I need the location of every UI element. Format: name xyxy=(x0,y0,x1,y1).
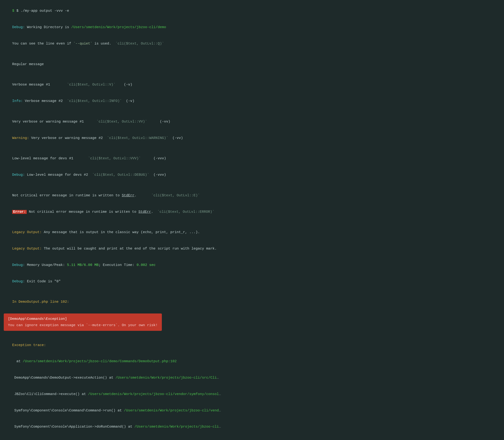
trace-indent-4: Symfony\Component\Console\Command\Comman… xyxy=(12,409,124,412)
exception-trace-header: Exception trace: xyxy=(4,337,500,353)
code-outlvl-warning: `cli($text, OutLvl::WARNING)` xyxy=(107,136,168,140)
line-debug-wd: Debug: Working Directory is /Users/smetd… xyxy=(4,19,500,36)
blank-9 xyxy=(4,333,500,337)
flag-vvv2: (-vvv) xyxy=(149,173,166,177)
text-nc1b: . xyxy=(134,193,151,197)
line-exit: Debug: Exit Code is "0" xyxy=(4,273,500,289)
text-ycs2: is used. xyxy=(92,42,116,46)
trace-line-4: Symfony\Component\Console\Command\Comman… xyxy=(4,402,500,419)
text-nc1: Not critical error message in runtime is… xyxy=(12,193,122,197)
text-mem: Memory Usage/Peak: xyxy=(25,263,67,267)
text-vv1: Very verbose or warning message #1 xyxy=(12,120,96,124)
trace-line-1: at /Users/smetdenis/Work/projects/jbzoo-… xyxy=(4,353,500,370)
blank-7 xyxy=(4,289,500,294)
line-vverbose1: Very verbose or warning message #1 `cli(… xyxy=(4,114,500,130)
code-outlvl-vvv: `cli($text, OutLvl::VVV)` xyxy=(88,156,141,161)
text-stderr1: StdErr xyxy=(122,193,134,197)
line-vverbose2: Warning: Very verbose or warning message… xyxy=(4,130,500,146)
code-quiet: `--quiet` xyxy=(73,42,92,46)
label-warning: Warning: xyxy=(12,136,29,140)
trace-indent-3: JBZoo\Cli\CliCommand->execute() at xyxy=(12,392,88,396)
flag-vv1: (-vv) xyxy=(147,120,170,124)
trace-line-2: DemoApp\Commands\DemoOutput->executeActi… xyxy=(4,370,500,386)
text-legacy1: Any message that is output in the classi… xyxy=(42,230,200,234)
text-timeval: 0.002 sec xyxy=(136,263,156,267)
text-wd: Working Directory is xyxy=(25,25,71,29)
trace-line-5: Symfony\Component\Console\Application->d… xyxy=(4,419,500,435)
trace-line-3: JBZoo\Cli\CliCommand->execute() at /User… xyxy=(4,386,500,402)
trace-line-6: Symfony\Component\Console\Application->d… xyxy=(4,435,500,440)
line-lowlevel2: Debug: Low-level message for devs #2 `cl… xyxy=(4,167,500,183)
blank-6 xyxy=(4,220,500,224)
text-exit: Exit Code is "0" xyxy=(25,279,61,284)
line-regular: Regular message xyxy=(4,56,500,72)
line-legacy1: Legacy Output: Any message that is outpu… xyxy=(4,224,500,241)
text-nc2: Not critical error message in runtime is… xyxy=(27,210,138,214)
blank-8 xyxy=(4,310,500,312)
label-debug3: Debug: xyxy=(12,263,25,267)
text-ll2: Low-level message for devs #2 xyxy=(25,173,92,177)
code-outlvl-debug: `cli($text, OutLvl::DEBUG)` xyxy=(92,173,149,177)
label-info: Info: xyxy=(12,99,23,103)
label-debug: Debug: xyxy=(12,25,25,29)
path-wd: /Users/smetdenis/Work/projects/jbzoo-cli… xyxy=(71,25,166,29)
text-verbose2: Verbose message #2 xyxy=(23,99,67,103)
trace-path-3: /Users/smetdenis/Work/projects/jbzoo-cli… xyxy=(88,392,219,396)
blank-5 xyxy=(4,183,500,187)
prompt-line: $ $ ./my-app output -vvv -e xyxy=(4,3,500,19)
text-legacy2: The output will be caught and print at t… xyxy=(42,247,217,251)
prompt-symbol: $ xyxy=(12,9,16,13)
line-in-demo: In DemoOutput.php line 102: xyxy=(4,294,500,310)
command-text: $ ./my-app output -vvv -e xyxy=(16,9,69,13)
exception-box: [DemoApp\Commands\Exception] You can ign… xyxy=(4,314,162,331)
code-outlvl-info: `cli($text, OutLvl::INFO)` xyxy=(67,99,122,103)
flag-v2: (-v) xyxy=(122,99,134,103)
text-verbose1: Verbose message #1 xyxy=(12,83,67,87)
label-debug4: Debug: xyxy=(12,279,25,284)
text-ycs: You can see the line even if xyxy=(12,42,73,46)
blank-2 xyxy=(4,72,500,77)
trace-ellipsis-3: … xyxy=(219,392,221,396)
blank-1 xyxy=(4,52,500,56)
trace-path-5: /Users/smetdenis/Work/projects/jbzoo-cli xyxy=(134,425,219,429)
blank-4 xyxy=(4,146,500,151)
code-outlvl-vv: `cli($text, OutLvl::VV)` xyxy=(96,120,147,124)
label-legacy1: Legacy Output: xyxy=(12,230,42,234)
exception-title: [DemoApp\Commands\Exception] xyxy=(8,316,158,322)
text-regular: Regular message xyxy=(12,62,44,66)
blank-3 xyxy=(4,110,500,114)
text-trace-header: Exception trace: xyxy=(12,343,46,347)
text-ll1: Low-level message for devs #1 xyxy=(12,156,88,161)
code-outlvl-v: `cli($text, OutLvl::V)` xyxy=(67,83,116,87)
label-legacy2: Legacy Output: xyxy=(12,247,42,251)
line-notcritical2: Error: Not critical error message in run… xyxy=(4,204,500,220)
trace-path-1: /Users/smetdenis/Work/projects/jbzoo-cli… xyxy=(23,359,177,363)
trace-path-2: /Users/smetdenis/Work/projects/jbzoo-cli… xyxy=(116,376,217,380)
trace-path-4: /Users/smetdenis/Work/projects/jbzoo-cli… xyxy=(124,409,219,412)
trace-ellipsis-4: … xyxy=(219,409,221,412)
code-outlvl-error: `cli($text, OutLvl::ERROR)` xyxy=(157,210,214,214)
text-in-demo: In DemoOutput.php line 102: xyxy=(12,300,69,304)
flag-vvv1: (-vvv) xyxy=(141,156,166,161)
text-exectime: ; Execution Time: xyxy=(99,263,136,267)
line-verbose2: Info: Verbose message #2 `cli($text, Out… xyxy=(4,93,500,110)
terminal-window: $ $ ./my-app output -vvv -e Debug: Worki… xyxy=(4,3,500,440)
text-nc2b: . xyxy=(151,210,157,214)
trace-indent-1: at xyxy=(12,359,23,363)
text-vv2: Very verbose or warning message #2 xyxy=(29,136,107,140)
trace-indent-2: DemoApp\Commands\DemoOutput->executeActi… xyxy=(12,376,116,380)
label-error: Error: xyxy=(12,210,27,214)
line-you-can-see: You can see the line even if `--quiet` i… xyxy=(4,36,500,52)
trace-ellipsis-2: … xyxy=(217,376,219,380)
line-notcritical1: Not critical error message in runtime is… xyxy=(4,187,500,204)
exception-message: You can ignore exception message via `--… xyxy=(8,323,158,328)
line-memory: Debug: Memory Usage/Peak: 5.11 MB/6.00 M… xyxy=(4,257,500,274)
flag-v1: (-v) xyxy=(116,83,132,87)
text-memval: 5.11 MB/6.00 MB xyxy=(67,263,99,267)
trace-indent-5: Symfony\Component\Console\Application->d… xyxy=(12,425,134,429)
line-verbose1: Verbose message #1 `cli($text, OutLvl::V… xyxy=(4,77,500,93)
code-outlvl-e: `cli($text, OutLvl::E)` xyxy=(151,193,200,197)
trace-ellipsis-5: … xyxy=(219,425,221,429)
line-lowlevel1: Low-level message for devs #1 `cli($text… xyxy=(4,151,500,167)
code-outlvl-q: `cli($text, OutLvl::Q)` xyxy=(116,42,164,46)
